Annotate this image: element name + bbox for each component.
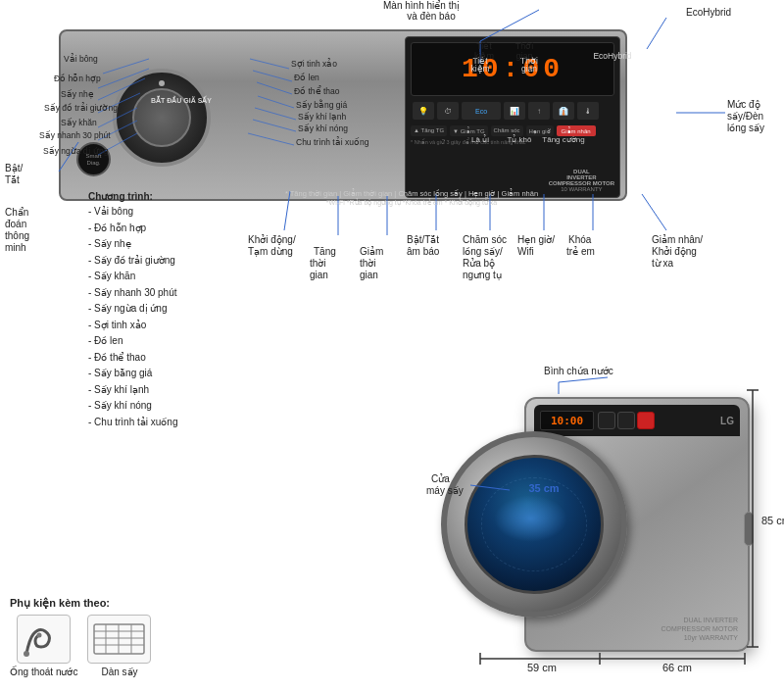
accessories-items: Ống thoát nước [10,615,216,677]
dual-inverter-badge: DUAL INVERTERCOMPRESSOR MOTOR10yr WARRAN… [662,616,738,642]
program-item: - Sấy nhanh 30 phút [88,285,177,302]
dual-inverter-logo: DUALINVERTERCOMPRESSOR MOTOR 10 WARRANTY [549,169,614,192]
svg-text:sấy/Đèn: sấy/Đèn [727,111,763,122]
svg-text:EcoHybrid: EcoHybrid [686,7,731,18]
svg-text:Giảm: Giảm [360,246,383,257]
panel-middle-section: ▶⏸ [242,39,281,194]
svg-text:Bật/: Bật/ [5,163,23,173]
svg-text:Bật/Tắt: Bật/Tắt [407,234,439,245]
accessory-rack: Dàn sấy [87,615,151,677]
svg-text:thời: thời [360,258,376,269]
program-item: - Sấy khăn [88,269,177,285]
icon-iron[interactable]: 👔 [553,102,574,120]
svg-text:Tắt: Tắt [5,174,20,185]
rack-svg [92,619,146,659]
icon-ecohybrid[interactable]: Eco [462,102,501,120]
svg-text:Wifi: Wifi [517,246,534,257]
svg-text:và đèn báo: và đèn báo [407,11,456,22]
btn-decrease-time[interactable]: ▼ Giảm TG [450,125,488,136]
display-time: 10:00 [462,54,564,84]
hose-label: Ống thoát nước [10,667,77,677]
program-item: - Vải bông [88,204,177,221]
svg-text:gian: gian [360,270,378,280]
program-item: - Đồ thể thao [88,350,177,367]
door-handle[interactable] [744,512,754,546]
svg-text:Chẩn: Chẩn [5,207,28,218]
main-dial[interactable] [113,69,211,167]
accessories-title: Phụ kiện kèm theo: [10,597,216,610]
drum-interior [465,455,604,594]
svg-text:lồng sấy/: lồng sấy/ [463,246,503,257]
display-screen: 10:00 [411,42,614,96]
machine-time: 10:00 [551,415,583,427]
svg-text:thông: thông [5,230,29,241]
btn-reduce[interactable]: Giảm nhân [557,125,596,136]
icon-time[interactable]: ⏱ [437,102,459,120]
btn-increase-time[interactable]: ▲ Tăng TG [411,125,447,136]
machine-buttons [598,412,655,429]
drum-ribs [481,477,588,570]
svg-text:âm báo: âm báo [407,246,440,257]
icon-dry[interactable]: 🌡 [577,102,599,120]
svg-text:Chăm sóc: Chăm sóc [463,234,507,245]
dryer-door[interactable] [441,431,627,618]
program-title: Chương trình: [88,191,177,202]
svg-text:trẻ em: trẻ em [566,246,595,257]
machine-top-controls: 10:00 LG [534,405,740,436]
dryer-machine-visual: 10:00 LG DUAL INVERTERCOMPRESSOR MOTOR10… [441,387,764,671]
svg-text:từ xa: từ xa [652,258,674,269]
display-icons-row: 💡 ⏱ Eco 📊 ↑ 👔 🌡 [411,100,614,122]
accessory-hose: Ống thoát nước [10,615,77,677]
svg-text:Khởi động: Khởi động [652,246,697,257]
svg-text:Khởi động/: Khởi động/ [248,234,296,245]
program-item: - Đồ hỗn hợp [88,221,177,237]
rack-label: Dàn sấy [101,667,137,677]
svg-point-107 [24,651,29,657]
icon-save-energy[interactable]: 💡 [413,102,434,120]
machine-btn3[interactable] [637,412,655,429]
bottom-section: Phụ kiện kèm theo: Ống thoát nước [0,382,784,692]
machine-btn2[interactable] [617,412,635,429]
panel-left-section: SmartDiag. [69,39,235,194]
svg-text:đoán: đoán [5,219,26,229]
machine-display: 10:00 [540,411,594,430]
btn-care[interactable]: Chăm sóc [491,125,523,136]
svg-text:Hẹn giờ/: Hẹn giờ/ [517,234,555,245]
svg-text:thời: thời [310,258,326,269]
svg-text:Bình chứa nước: Bình chứa nước [544,366,613,376]
rack-image-box [87,615,151,664]
svg-point-108 [37,633,42,638]
panel-note: * Nhấn và giữ 3 giây để mở các tính năng… [411,139,614,145]
hose-image-box [17,615,71,664]
svg-text:Tăng: Tăng [314,246,336,257]
program-item: - Sợi tinh xảo [88,318,177,334]
svg-text:Rửa bộ: Rửa bộ [463,258,495,269]
page-container: Màn hình hiển thị và đèn báo EcoHybrid B… [0,0,784,692]
btn-schedule[interactable]: Hẹn giờ [526,125,554,136]
program-item: - Đồ len [88,333,177,350]
hose-svg [22,619,66,659]
svg-line-67 [642,194,666,230]
svg-text:minh: minh [5,242,26,253]
icon-boost[interactable]: ↑ [528,102,550,120]
program-item: - Sấy bằng giá [88,366,177,382]
svg-line-4 [647,18,666,49]
program-item: - Sấy nhẹ [88,236,177,253]
svg-text:Mức độ: Mức độ [727,99,760,110]
icon-level[interactable]: 📊 [504,102,525,120]
control-panel: SmartDiag. ▶⏸ 10:00 💡 ⏱ Eco 📊 [59,29,627,201]
svg-text:ngưng tụ: ngưng tụ [463,270,502,280]
program-item: - Sấy ngừa dị ứng [88,301,177,318]
program-item: - Sấy đồ trải giường [88,253,177,270]
lg-logo-area: LG [720,416,734,426]
svg-text:Khóa: Khóa [568,234,592,245]
svg-text:gian: gian [310,270,328,280]
machine-btn1[interactable] [598,412,615,429]
accessories-section: Phụ kiện kèm theo: Ống thoát nước [10,597,216,677]
panel-right-section: 10:00 💡 ⏱ Eco 📊 ↑ 👔 🌡 ▲ Tăng TG ▼ Giảm T… [405,36,620,198]
svg-text:lồng sấy: lồng sấy [727,123,764,133]
svg-text:Màn hình hiển thị: Màn hình hiển thị [383,0,460,11]
svg-text:Giảm nhân/: Giảm nhân/ [652,234,703,245]
svg-text:Tạm dừng: Tạm dừng [248,246,293,257]
